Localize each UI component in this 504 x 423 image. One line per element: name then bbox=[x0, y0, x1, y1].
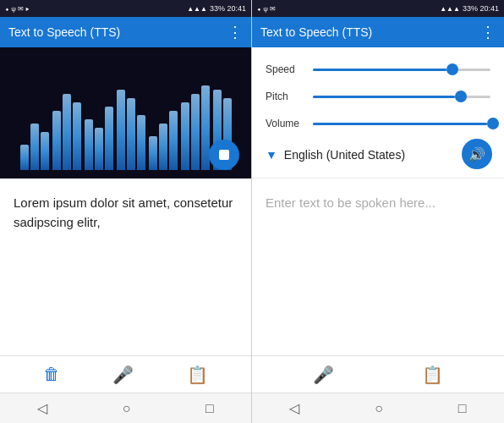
left-battery: 33% 20:41 bbox=[210, 4, 246, 13]
left-status-icons: ⬥ ψ ✉ ▶ bbox=[5, 5, 30, 13]
speed-slider-fill bbox=[313, 69, 446, 71]
stop-button[interactable] bbox=[209, 140, 239, 170]
pitch-slider-track[interactable] bbox=[313, 96, 490, 98]
left-visualizer bbox=[0, 47, 251, 179]
language-row[interactable]: ▼ English (United States) bbox=[266, 148, 490, 162]
bar bbox=[191, 94, 200, 170]
left-back-button[interactable]: ◁ bbox=[37, 400, 47, 416]
left-status-right: ▲▲▲ 33% 20:41 bbox=[187, 4, 246, 13]
bar bbox=[41, 132, 49, 170]
controls-area: Speed Pitch Volume ▼ English (Un bbox=[252, 47, 504, 179]
bar-group-4 bbox=[117, 90, 145, 170]
speaker-button[interactable]: 🔊 bbox=[462, 139, 492, 169]
speed-slider-thumb[interactable] bbox=[446, 63, 458, 75]
volume-label: Volume bbox=[266, 118, 304, 129]
bar-group-3 bbox=[85, 107, 113, 170]
bar bbox=[105, 107, 113, 170]
left-bottom-toolbar: 🗑 🎤 📋 bbox=[0, 355, 251, 393]
bar bbox=[169, 111, 178, 170]
pitch-slider-thumb[interactable] bbox=[455, 91, 467, 102]
bar bbox=[159, 124, 167, 170]
right-status-icons: ⬥ ψ ✉ bbox=[257, 5, 276, 13]
bar bbox=[52, 111, 61, 170]
right-home-button[interactable]: ○ bbox=[375, 401, 383, 416]
right-bottom-toolbar: 🎤 📋 bbox=[252, 355, 504, 393]
bar bbox=[127, 98, 135, 170]
bar bbox=[63, 94, 71, 170]
right-back-button[interactable]: ◁ bbox=[289, 400, 299, 416]
bar bbox=[85, 119, 93, 170]
right-paste-button[interactable]: 📋 bbox=[422, 365, 443, 385]
bar-group-2 bbox=[52, 94, 81, 170]
left-status-left: ⬥ ψ ✉ ▶ bbox=[5, 5, 30, 13]
right-text-placeholder: Enter text to be spoken here... bbox=[266, 195, 436, 210]
left-nav-bar: ◁ ○ □ bbox=[0, 393, 251, 423]
left-app-header: Text to Speech (TTS) ⋮ bbox=[0, 17, 251, 47]
pitch-slider-fill bbox=[313, 96, 455, 98]
speaker-icon: 🔊 bbox=[468, 146, 485, 162]
right-status-left: ⬥ ψ ✉ bbox=[257, 5, 276, 13]
bar bbox=[181, 102, 189, 170]
left-app-title: Text to Speech (TTS) bbox=[8, 25, 120, 39]
right-status-bar: ⬥ ψ ✉ ▲▲▲ 33% 20:41 bbox=[252, 0, 504, 17]
right-status-right: ▲▲▲ 33% 20:41 bbox=[440, 4, 499, 13]
language-text: English (United States) bbox=[284, 148, 405, 162]
left-more-button[interactable]: ⋮ bbox=[227, 23, 243, 41]
speed-slider-row: Speed bbox=[266, 63, 490, 75]
right-signal-icon: ▲▲▲ bbox=[440, 5, 460, 13]
right-app-header: Text to Speech (TTS) ⋮ bbox=[252, 17, 504, 47]
right-app-title: Text to Speech (TTS) bbox=[260, 25, 372, 39]
bar-group-5 bbox=[149, 111, 178, 170]
right-text-area[interactable]: Enter text to be spoken here... bbox=[252, 179, 504, 355]
left-paste-button[interactable]: 📋 bbox=[187, 365, 208, 385]
left-home-button[interactable]: ○ bbox=[123, 401, 131, 416]
speed-label: Speed bbox=[266, 63, 304, 75]
left-text-content: Lorem ipsum dolor sit amet, consetetur s… bbox=[14, 195, 233, 229]
bar bbox=[30, 124, 39, 170]
bar bbox=[137, 115, 145, 170]
bar bbox=[149, 136, 157, 170]
left-text-area[interactable]: Lorem ipsum dolor sit amet, consetetur s… bbox=[0, 179, 251, 355]
pitch-label: Pitch bbox=[266, 91, 304, 102]
bar bbox=[20, 145, 29, 170]
left-recent-button[interactable]: □ bbox=[205, 401, 214, 416]
volume-slider-fill bbox=[313, 123, 487, 125]
dropdown-arrow-icon: ▼ bbox=[266, 148, 277, 162]
speed-slider-track[interactable] bbox=[313, 69, 490, 71]
volume-slider-thumb[interactable] bbox=[487, 118, 499, 129]
left-signal-icon: ▲▲▲ bbox=[187, 5, 207, 13]
bar bbox=[201, 85, 210, 170]
left-delete-button[interactable]: 🗑 bbox=[43, 365, 60, 384]
right-more-button[interactable]: ⋮ bbox=[480, 23, 496, 41]
bar bbox=[117, 90, 125, 170]
right-battery: 33% 20:41 bbox=[463, 4, 499, 13]
volume-slider-row: Volume bbox=[266, 118, 490, 129]
right-mic-button[interactable]: 🎤 bbox=[313, 365, 334, 385]
stop-icon bbox=[219, 150, 229, 160]
right-nav-bar: ◁ ○ □ bbox=[252, 393, 504, 423]
right-recent-button[interactable]: □ bbox=[458, 401, 467, 416]
pitch-slider-row: Pitch bbox=[266, 91, 490, 102]
right-phone-panel: ⬥ ψ ✉ ▲▲▲ 33% 20:41 Text to Speech (TTS)… bbox=[252, 0, 504, 423]
left-mic-button[interactable]: 🎤 bbox=[112, 365, 134, 385]
bar-group-1 bbox=[20, 124, 49, 170]
bar bbox=[73, 102, 81, 170]
volume-slider-track[interactable] bbox=[313, 123, 490, 125]
left-phone-panel: ⬥ ψ ✉ ▶ ▲▲▲ 33% 20:41 Text to Speech (TT… bbox=[0, 0, 252, 423]
left-status-bar: ⬥ ψ ✉ ▶ ▲▲▲ 33% 20:41 bbox=[0, 0, 251, 17]
bar bbox=[95, 128, 103, 170]
bar-group-6 bbox=[181, 85, 210, 170]
